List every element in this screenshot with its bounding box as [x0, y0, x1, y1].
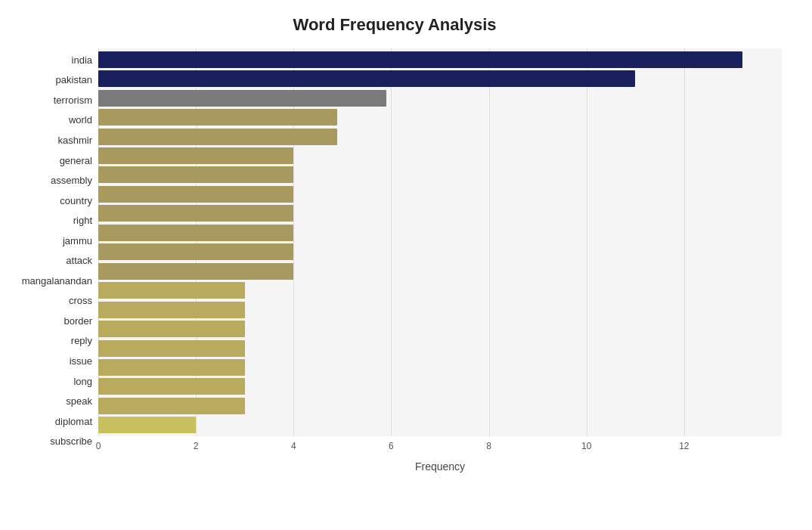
bar [98, 398, 245, 414]
bar [98, 340, 245, 357]
y-label: subscribe [50, 431, 92, 451]
y-label: general [60, 150, 92, 171]
bar-row [98, 184, 782, 203]
bar [98, 302, 245, 318]
y-label: country [60, 191, 92, 211]
bar-row [98, 280, 782, 299]
bar-row [98, 377, 782, 396]
y-label: diplomat [55, 411, 92, 432]
bar-row [98, 300, 782, 319]
bar [98, 166, 293, 183]
y-label: right [73, 210, 92, 231]
x-axis-label: Frequency [98, 460, 782, 473]
bar [98, 359, 245, 376]
x-tick: 0 [96, 441, 101, 451]
bar-row [98, 358, 782, 377]
y-label: world [69, 110, 92, 131]
bar [98, 186, 293, 203]
y-label: long [73, 371, 92, 392]
x-tick: 4 [291, 441, 296, 451]
y-label: mangalanandan [22, 271, 92, 291]
x-ticks: 024681012 [98, 438, 782, 459]
bar-row [98, 69, 782, 88]
bar [98, 147, 293, 164]
y-label: assembly [51, 170, 92, 191]
bar-row [98, 416, 782, 435]
bar-row [98, 262, 782, 280]
y-label: border [64, 311, 92, 331]
bar [98, 109, 337, 126]
bar [98, 282, 245, 299]
bar-row [98, 204, 782, 223]
bar-row [98, 146, 782, 165]
y-label: speak [66, 391, 92, 411]
bar [98, 51, 742, 68]
y-axis: indiapakistanterrorismworldkashmirgenera… [8, 48, 98, 473]
y-label: terrorism [54, 90, 92, 110]
bar-row [98, 127, 782, 146]
y-label: reply [71, 331, 92, 352]
bar-row [98, 166, 782, 184]
bar [98, 90, 386, 107]
bar-row [98, 319, 782, 338]
x-tick: 2 [194, 441, 199, 451]
bar-row [98, 88, 782, 107]
bar-row [98, 339, 782, 358]
bar [98, 205, 293, 222]
bar [98, 70, 635, 87]
y-label: pakistan [56, 70, 92, 91]
bar [98, 243, 293, 260]
y-label: india [72, 50, 92, 70]
bars-and-grid: 024681012 Frequency [98, 48, 782, 473]
grid-and-bars [98, 48, 782, 436]
y-label: jammu [63, 231, 92, 251]
bar-row [98, 223, 782, 242]
bar [98, 263, 293, 280]
y-label: cross [69, 291, 92, 311]
chart-area: indiapakistanterrorismworldkashmirgenera… [8, 48, 782, 473]
bar-row [98, 243, 782, 262]
bar [98, 417, 196, 433]
bar [98, 129, 337, 145]
x-tick: 10 [581, 441, 591, 451]
y-label: kashmir [57, 130, 92, 150]
y-label: attack [66, 250, 92, 271]
x-tick: 8 [486, 441, 491, 451]
bar-row [98, 107, 782, 126]
bars-wrapper [98, 48, 782, 436]
bar [98, 321, 245, 337]
y-label: issue [70, 351, 92, 371]
bar-row [98, 396, 782, 415]
x-tick: 6 [389, 441, 394, 451]
x-tick: 12 [679, 441, 689, 451]
bar [98, 378, 245, 395]
chart-container: Word Frequency Analysis indiapakistanter… [0, 0, 812, 530]
chart-title: Word Frequency Analysis [8, 15, 782, 35]
bar [98, 225, 293, 241]
bar-row [98, 50, 782, 69]
